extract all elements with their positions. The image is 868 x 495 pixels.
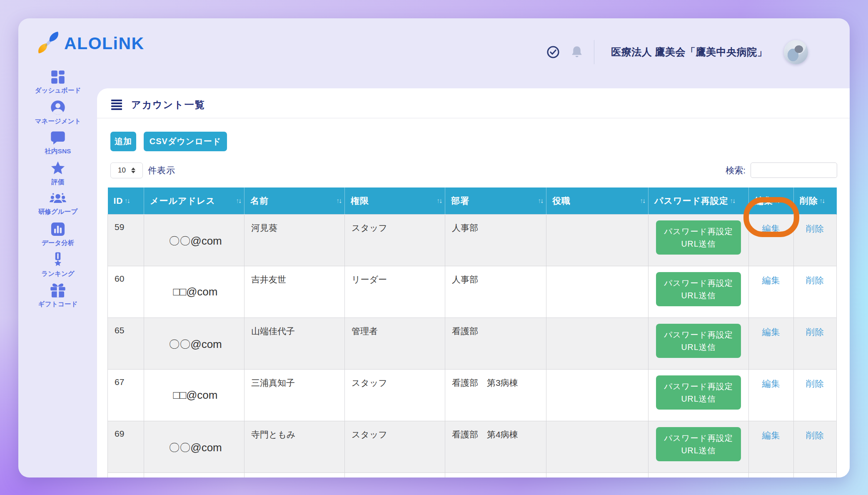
table-row: [108, 472, 837, 478]
cell-department: 人事部: [445, 266, 546, 318]
cell-edit: 編集: [749, 266, 794, 318]
cell-delete: 削除: [794, 369, 837, 421]
column-header-label: 削除: [800, 195, 818, 207]
table-row: 65〇〇@com山端佳代子管理者看護部パスワード再設定URL送信編集削除: [108, 318, 837, 369]
sort-arrows-icon: ↑↓: [730, 197, 735, 205]
sidebar-item-data-analysis[interactable]: データ分析: [18, 221, 97, 248]
password-reset-url-button[interactable]: パスワード再設定URL送信: [656, 220, 741, 255]
cell-department: 看護部 第3病棟: [445, 369, 546, 421]
edit-link[interactable]: 編集: [762, 430, 781, 440]
sidebar-item-gift-code[interactable]: ギフトコード: [18, 282, 97, 309]
cell-delete: 削除: [794, 421, 837, 472]
cell-empty: [345, 472, 445, 478]
column-header-label: 役職: [552, 195, 571, 207]
cell-edit: 編集: [749, 421, 794, 472]
edit-link[interactable]: 編集: [762, 327, 781, 337]
delete-link[interactable]: 削除: [806, 379, 824, 388]
sort-arrows-icon: ↑↓: [125, 197, 130, 205]
cell-edit: 編集: [749, 214, 794, 266]
check-circle-icon[interactable]: [546, 45, 560, 59]
delete-link[interactable]: 削除: [806, 327, 824, 337]
cell-position: [546, 369, 649, 421]
delete-link[interactable]: 削除: [806, 430, 824, 440]
sort-arrows-icon: ↑↓: [819, 197, 824, 205]
gift-icon: [50, 282, 66, 298]
cell-name: 吉井友世: [244, 266, 345, 318]
cell-edit: 編集: [749, 318, 794, 369]
edit-link[interactable]: 編集: [762, 379, 781, 388]
edit-link[interactable]: 編集: [762, 224, 781, 233]
sort-arrows-icon: ↑↓: [236, 197, 241, 205]
add-button[interactable]: 追加: [110, 132, 136, 151]
column-header-2[interactable]: 名前↑↓: [244, 188, 345, 214]
cell-department: 看護部: [445, 318, 546, 369]
page-title: アカウント一覧: [131, 98, 205, 111]
csv-download-button[interactable]: CSVダウンロード: [144, 132, 227, 151]
password-reset-url-button[interactable]: パスワード再設定URL送信: [656, 427, 741, 461]
cell-position: [546, 266, 649, 318]
cell-role: リーダー: [345, 266, 445, 318]
topbar-divider: [594, 40, 594, 64]
user-avatar[interactable]: [784, 40, 808, 64]
sidebar-item-ranking[interactable]: ランキング: [18, 252, 97, 278]
cell-role: 管理者: [345, 318, 445, 369]
search-input[interactable]: [751, 162, 837, 178]
password-reset-url-button[interactable]: パスワード再設定URL送信: [656, 375, 741, 410]
cell-edit: 編集: [749, 369, 794, 421]
sidebar-item-label: 社内SNS: [45, 147, 71, 156]
column-header-8[interactable]: 削除↑↓: [794, 188, 837, 214]
app-logo[interactable]: ALOLiNK: [37, 31, 145, 56]
column-header-5[interactable]: 役職↑↓: [546, 188, 649, 214]
sidebar-item-management[interactable]: マネージメント: [18, 100, 97, 126]
cell-position: [546, 421, 649, 472]
table-row: 67□□@com三浦真知子スタッフ看護部 第3病棟パスワード再設定URL送信編集…: [108, 369, 837, 421]
sidebar-item-internal-sns[interactable]: 社内SNS: [18, 130, 97, 157]
logo-text: ALOLiNK: [64, 34, 145, 53]
cell-position: [546, 318, 649, 369]
search-label: 検索:: [726, 165, 746, 176]
logo-leaf-icon: [37, 31, 60, 56]
column-header-3[interactable]: 権限↑↓: [345, 188, 445, 214]
password-reset-url-button[interactable]: パスワード再設定URL送信: [656, 324, 741, 358]
delete-link[interactable]: 削除: [806, 275, 824, 285]
sidebar-item-label: 評価: [52, 178, 65, 187]
cell-department: 人事部: [445, 214, 546, 266]
title-divider: [97, 118, 850, 118]
edit-link[interactable]: 編集: [762, 275, 781, 285]
sidebar-item-dashboard[interactable]: ダッシュボード: [18, 69, 97, 96]
sidebar-item-evaluation[interactable]: 評価: [18, 160, 97, 187]
cell-role: スタッフ: [345, 369, 445, 421]
page-size-select[interactable]: 10: [110, 162, 143, 178]
column-header-0[interactable]: ID↑↓: [108, 188, 144, 214]
column-header-1[interactable]: メールアドレス↑↓: [144, 188, 244, 214]
column-header-6[interactable]: パスワード再設定↑↓: [649, 188, 749, 214]
sort-arrows-icon: ↑↓: [336, 197, 341, 205]
column-header-label: 権限: [351, 195, 369, 207]
cell-email: 〇〇@com: [144, 214, 244, 266]
cell-password-reset: パスワード再設定URL送信: [649, 369, 749, 421]
cell-id: 67: [108, 369, 144, 421]
cell-password-reset: パスワード再設定URL送信: [649, 214, 749, 266]
cell-empty: [794, 472, 837, 478]
sort-arrows-icon: ↑↓: [538, 197, 543, 205]
app-window: ALOLiNK 医療法人 鷹美会「鷹美中央病院」 ダッシュボードマネージメント社…: [18, 18, 850, 478]
sort-arrows-icon: ↑↓: [640, 197, 645, 205]
cell-name: 山端佳代子: [244, 318, 345, 369]
page-size-suffix: 件表示: [148, 165, 175, 176]
cell-password-reset: パスワード再設定URL送信: [649, 266, 749, 318]
delete-link[interactable]: 削除: [806, 224, 824, 233]
bell-icon[interactable]: [571, 45, 583, 59]
sidebar-item-training-group[interactable]: 研修グループ: [18, 191, 97, 218]
cell-delete: 削除: [794, 318, 837, 369]
column-header-4[interactable]: 部署↑↓: [445, 188, 546, 214]
cell-empty: [108, 472, 144, 478]
cell-password-reset: パスワード再設定URL送信: [649, 421, 749, 472]
column-header-label: 編集: [755, 195, 773, 207]
cell-id: 69: [108, 421, 144, 472]
select-updown-icon: [131, 168, 135, 173]
password-reset-url-button[interactable]: パスワード再設定URL送信: [656, 272, 741, 306]
menu-hamburger-icon[interactable]: [110, 99, 123, 111]
column-header-7[interactable]: 編集↑↓: [749, 188, 794, 214]
cell-id: 60: [108, 266, 144, 318]
sidebar-item-label: ランキング: [41, 270, 74, 278]
